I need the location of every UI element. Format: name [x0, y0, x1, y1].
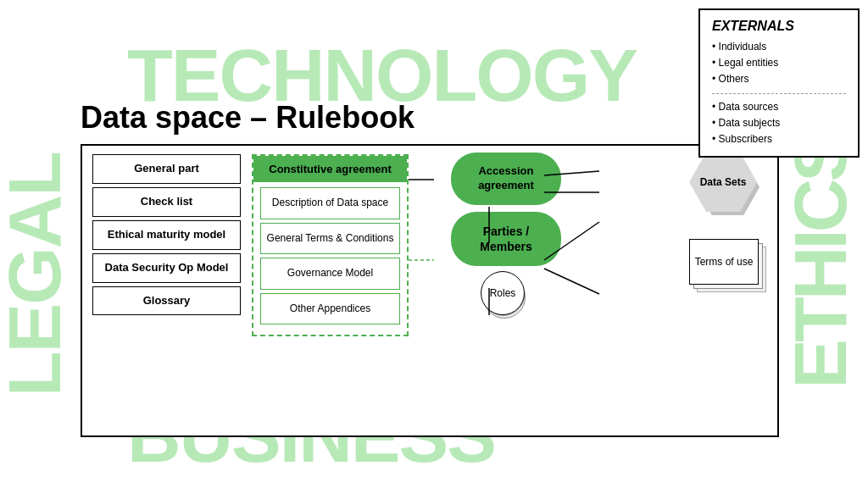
- terms-stack: Terms of use: [689, 239, 765, 298]
- page-title: Data space – Rulebook: [81, 100, 415, 136]
- diagram-container: General part Check list Ethical maturity…: [81, 144, 779, 437]
- externals-heading: EXTERNALS: [712, 19, 846, 34]
- left-item-ethical: Ethical maturity model: [92, 220, 241, 250]
- main-content: Data space – Rulebook EXTERNALS Individu…: [0, 0, 868, 488]
- terms-page-front: Terms of use: [689, 239, 759, 285]
- constitutive-item-description: Description of Data space: [260, 187, 400, 219]
- left-column: General part Check list Ethical maturity…: [92, 154, 241, 315]
- constitutive-item-governance: Governance Model: [260, 258, 400, 290]
- parties-pill: Parties / Members: [451, 212, 561, 266]
- terms-label: Terms of use: [695, 256, 754, 268]
- left-item-general: General part: [92, 154, 241, 184]
- externals-item-legal: Legal entities: [712, 55, 846, 71]
- constitutive-item-terms: General Terms & Conditions: [260, 223, 400, 255]
- constitutive-item-appendices: Other Appendices: [260, 293, 400, 325]
- roles-stack: Roles: [481, 271, 531, 330]
- hexagon-stack: Data Sets: [689, 152, 765, 222]
- left-item-datasecurity: Data Security Op Model: [92, 253, 241, 283]
- externals-item-individuals: Individuals: [712, 39, 846, 55]
- externals-divider: [712, 93, 846, 94]
- constitutive-column: Constitutive agreement Description of Da…: [252, 154, 409, 336]
- constitutive-header: Constitutive agreement: [253, 156, 407, 182]
- externals-item-datasubjects: Data subjects: [712, 115, 846, 131]
- externals-group2: Data sources Data subjects Subscribers: [712, 99, 846, 148]
- externals-box: EXTERNALS Individuals Legal entities Oth…: [698, 8, 860, 158]
- accession-pill: Accession agreement: [451, 152, 561, 205]
- roles-circle-front: Roles: [481, 271, 525, 315]
- externals-group1: Individuals Legal entities Others: [712, 39, 846, 88]
- constitutive-box: Constitutive agreement Description of Da…: [252, 154, 409, 336]
- datasets-section: Data Sets Terms of use: [689, 152, 765, 298]
- right-section: Accession agreement Parties / Members Ro…: [421, 152, 591, 330]
- externals-item-datasources: Data sources: [712, 99, 846, 115]
- datasets-label: Data Sets: [700, 176, 747, 188]
- left-item-checklist: Check list: [92, 187, 241, 217]
- externals-item-subscribers: Subscribers: [712, 131, 846, 147]
- left-item-glossary: Glossary: [92, 286, 241, 316]
- externals-item-others: Others: [712, 71, 846, 87]
